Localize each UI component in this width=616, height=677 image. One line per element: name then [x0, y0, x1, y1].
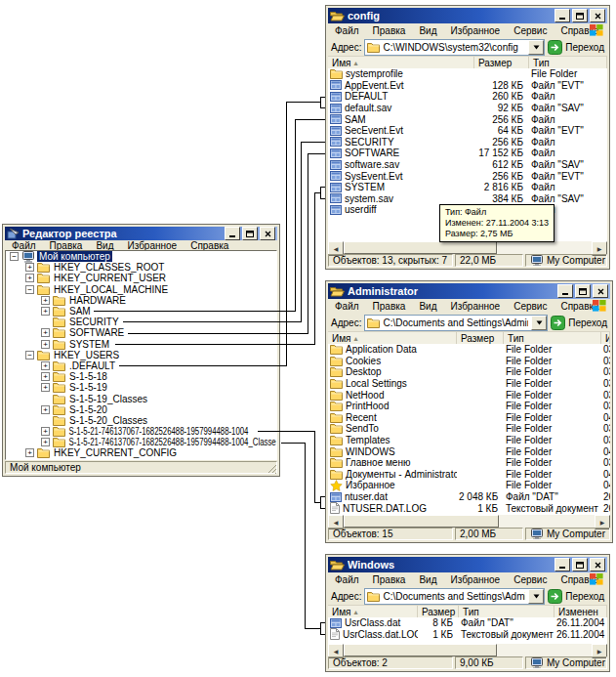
minimize-button[interactable] — [554, 558, 570, 571]
tree-item-SOFTWARE[interactable]: +SOFTWARE — [6, 327, 276, 338]
expand-plus-icon[interactable]: + — [25, 448, 34, 457]
minimize-button[interactable] — [557, 284, 573, 298]
close-button[interactable] — [593, 284, 608, 298]
expand-plus-icon[interactable]: + — [41, 427, 50, 436]
file-row-Templates[interactable]: TemplatesFile Folder03 — [328, 435, 610, 446]
column-header-1[interactable]: Имя▴ — [328, 332, 457, 344]
collapse-minus-icon[interactable]: − — [10, 252, 19, 261]
column-header-1[interactable]: Имя▴ — [328, 57, 474, 68]
titlebar-administrator[interactable]: Administrator — [328, 283, 610, 299]
menu-item-файл[interactable]: Файл — [328, 25, 366, 36]
expand-plus-icon[interactable]: + — [41, 361, 50, 370]
file-row-SECURITY[interactable]: SECURITY256 КБФайл — [328, 137, 607, 148]
tree-item-S-1-5-18[interactable]: +S-1-5-18 — [6, 371, 276, 382]
file-row-Local Settings[interactable]: Local SettingsFile Folder03 — [328, 378, 610, 390]
tree-item-Мой компьютер[interactable]: −Мой компьютер — [6, 251, 276, 262]
tree-item-HKEY_CLASSES_ROOT[interactable]: +HKEY_CLASSES_ROOT — [6, 262, 276, 273]
minimize-button[interactable] — [554, 9, 570, 22]
scrollbar-track[interactable] — [344, 515, 595, 528]
file-row-software.sav[interactable]: software.sav612 КБФайл "SAV" — [328, 159, 607, 171]
menu-item-вид[interactable]: Вид — [412, 25, 443, 36]
expand-plus-icon[interactable]: + — [41, 372, 50, 381]
file-row-Recent[interactable]: RecentFile Folder04 — [328, 412, 610, 424]
tree-item-SECURITY[interactable]: SECURITY — [6, 317, 276, 327]
expand-plus-icon[interactable]: + — [25, 274, 34, 282]
tree-item-HKEY_CURRENT_USER[interactable]: +HKEY_CURRENT_USER — [6, 273, 276, 283]
collapse-minus-icon[interactable]: − — [25, 285, 34, 294]
address-input[interactable]: C:\WINDOWS\system32\config — [364, 39, 545, 56]
menu-item-вид[interactable]: Вид — [412, 301, 443, 312]
close-button[interactable] — [590, 9, 605, 22]
menu-item-файл[interactable]: Файл — [328, 574, 366, 585]
file-row-Документы - Administrator[interactable]: Документы - AdministratorFile Folder04 — [328, 469, 610, 481]
file-row-default.sav[interactable]: default.sav92 КБФайл "SAV" — [328, 103, 607, 114]
menu-item-файл[interactable]: Файл — [5, 240, 43, 251]
close-button[interactable] — [590, 558, 605, 571]
address-dropdown-button[interactable] — [528, 589, 544, 604]
tree-item-S-1-5-21-746137067-1682526488-1957994488-1004[interactable]: +S-1-5-21-746137067-1682526488-195799448… — [6, 426, 276, 437]
address-dropdown-button[interactable] — [531, 316, 547, 330]
menu-item-вид[interactable]: Вид — [412, 574, 443, 585]
address-input[interactable]: C:\Documents and Settings\Administrator\… — [364, 588, 545, 605]
scrollbar-track[interactable] — [344, 241, 592, 254]
scrollbar-track[interactable] — [344, 644, 592, 656]
minimize-button[interactable] — [225, 227, 240, 240]
file-row-SendTo[interactable]: SendToFile Folder03 — [328, 423, 610, 435]
file-row-NetHood[interactable]: NetHoodFile Folder03 — [328, 389, 610, 401]
titlebar-registry-editor[interactable]: Редактор реестра — [5, 227, 277, 240]
tree-item-HKEY_CURRENT_CONFIG[interactable]: +HKEY_CURRENT_CONFIG — [6, 447, 276, 458]
tree-item-S-1-5-19[interactable]: +S-1-5-19 — [6, 382, 276, 393]
horizontal-scrollbar[interactable]: ◀ ▶ — [328, 515, 610, 528]
tree-item-SAM[interactable]: +SAM — [6, 306, 276, 317]
column-header-4[interactable]: Изменен — [554, 606, 607, 617]
close-button[interactable] — [260, 227, 275, 240]
file-row-systemprofile[interactable]: systemprofileFile Folder — [328, 68, 607, 80]
menu-item-правка[interactable]: Правка — [43, 240, 90, 251]
menu-item-избранное[interactable]: Избранное — [443, 301, 507, 312]
file-row-WINDOWS[interactable]: WINDOWSFile Folder04 — [328, 445, 610, 457]
maximize-button[interactable] — [572, 9, 588, 22]
expand-plus-icon[interactable]: + — [25, 263, 34, 272]
column-header-2[interactable]: Размер — [457, 332, 504, 344]
tree-item-HKEY_USERS[interactable]: −HKEY_USERS — [6, 350, 276, 360]
go-button[interactable] — [551, 316, 565, 330]
scrollbar-thumb[interactable] — [344, 241, 497, 254]
menu-item-сервис[interactable]: Сервис — [507, 301, 554, 312]
column-header-2[interactable]: Размер — [418, 606, 459, 617]
column-header-2[interactable]: Размер — [474, 57, 529, 68]
tree-item-S-1-5-20[interactable]: +S-1-5-20 — [6, 404, 276, 415]
file-row-SecEvent.Evt[interactable]: SecEvent.Evt64 КБФайл "EVT" — [328, 125, 607, 137]
menu-item-файл[interactable]: Файл — [328, 301, 366, 312]
column-header-1[interactable]: Имя▴ — [328, 606, 418, 617]
horizontal-scrollbar[interactable]: ◀ ▶ — [328, 241, 607, 254]
maximize-button[interactable] — [242, 227, 258, 240]
tree-item-S-1-5-21-746137067-1682526488-1957994488-1004_Classes[interactable]: +S-1-5-21-746137067-1682526488-195799448… — [6, 437, 276, 447]
expand-plus-icon[interactable]: + — [41, 438, 50, 446]
menu-item-правка[interactable]: Правка — [366, 25, 413, 36]
file-row-system.sav[interactable]: system.sav384 КБФайл "SAV" — [328, 193, 607, 205]
file-row-SOFTWARE[interactable]: SOFTWARE17 152 КБФайл — [328, 148, 607, 159]
menu-item-сервис[interactable]: Сервис — [507, 574, 554, 585]
column-header-4[interactable]: Изменен — [601, 332, 610, 344]
tree-item-.DEFAULT[interactable]: +.DEFAULT — [6, 360, 276, 371]
file-row-Избранное[interactable]: ИзбранноеFile Folder04 — [328, 480, 610, 491]
file-row-UsrClass.dat[interactable]: UsrClass.dat8 КБФайл "DAT"26.11.2004 11 — [328, 617, 607, 629]
file-row-ntuser.dat[interactable]: ntuser.dat2 048 КБФайл "DAT"26 — [328, 491, 610, 503]
expand-plus-icon[interactable]: + — [41, 296, 50, 305]
file-row-Application Data[interactable]: Application DataFile Folder03 — [328, 344, 610, 356]
menu-item-вид[interactable]: Вид — [89, 240, 120, 251]
scrollbar-thumb[interactable] — [344, 644, 497, 656]
expand-plus-icon[interactable]: + — [41, 328, 50, 337]
resize-grip-icon[interactable] — [266, 462, 277, 474]
expand-plus-icon[interactable]: + — [41, 340, 50, 349]
tree-item-SYSTEM[interactable]: +SYSTEM — [6, 339, 276, 350]
menu-item-сервис[interactable]: Сервис — [507, 25, 554, 36]
menu-item-правка[interactable]: Правка — [366, 574, 413, 585]
collapse-minus-icon[interactable]: − — [25, 351, 34, 360]
column-header-3[interactable]: Тип — [459, 606, 554, 617]
expand-plus-icon[interactable]: + — [41, 405, 50, 414]
menu-item-избранное[interactable]: Избранное — [120, 240, 184, 251]
tree-item-S-1-5-19_Classes[interactable]: S-1-5-19_Classes — [6, 393, 276, 403]
maximize-button[interactable] — [575, 284, 591, 298]
expand-plus-icon[interactable]: + — [41, 383, 50, 392]
